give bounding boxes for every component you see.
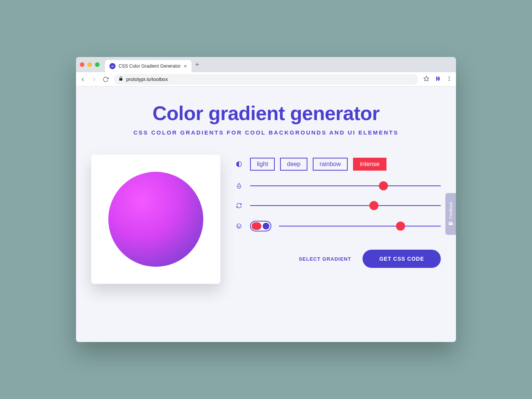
rotate-slider[interactable] (250, 201, 441, 210)
feedback-tab[interactable]: Feedback (445, 193, 456, 235)
noise-icon (236, 223, 242, 229)
feedback-label: Feedback (449, 202, 453, 218)
preset-rainbow-button[interactable]: rainbow (313, 158, 348, 171)
tab-strip: ∞ CSS Color Gradient Generator × + (76, 57, 456, 72)
url-text: prototypr.io/toolbox (126, 76, 168, 82)
window-controls (80, 62, 100, 67)
preset-deep-button[interactable]: deep (280, 158, 307, 171)
svg-point-3 (449, 80, 450, 81)
preset-row: lightdeeprainbowintense (236, 158, 441, 171)
noise-row (236, 221, 441, 231)
rotate-slider-row (236, 201, 441, 210)
gradient-preview-sphere (108, 172, 203, 267)
close-tab-icon[interactable]: × (184, 63, 187, 69)
gradient-preview-card (91, 155, 220, 284)
preset-intense-button[interactable]: intense (353, 158, 386, 171)
browser-window: ∞ CSS Color Gradient Generator × + proto… (76, 57, 456, 342)
close-window-button[interactable] (80, 62, 84, 67)
hue-slider[interactable] (250, 181, 441, 190)
menu-icon[interactable] (446, 76, 452, 83)
rotate-icon (236, 203, 242, 209)
svg-point-1 (449, 76, 450, 78)
new-tab-button[interactable]: + (195, 61, 200, 69)
favicon-icon: ∞ (109, 63, 116, 69)
page-subtitle: CSS COLOR GRADIENTS FOR COOL BACKGROUNDS… (91, 129, 441, 136)
noise-slider-thumb[interactable] (396, 222, 405, 231)
workspace: lightdeeprainbowintense (91, 155, 441, 284)
rotate-slider-thumb[interactable] (369, 201, 378, 210)
action-row: SELECT GRADIENT GET CSS CODE (236, 250, 441, 268)
back-button[interactable] (80, 76, 86, 82)
select-gradient-link[interactable]: SELECT GRADIENT (299, 256, 351, 262)
maximize-window-button[interactable] (95, 62, 100, 67)
extension-icon[interactable] (435, 76, 441, 83)
tab-title: CSS Color Gradient Generator (119, 63, 180, 69)
preset-light-button[interactable]: light (250, 158, 275, 171)
noise-toggle[interactable] (250, 221, 271, 231)
page-content: Color gradient generator CSS COLOR GRADI… (76, 87, 456, 342)
contrast-icon (236, 161, 242, 167)
forward-button[interactable] (91, 76, 97, 82)
page-title: Color gradient generator (91, 102, 441, 125)
bookmark-star-icon[interactable] (423, 76, 429, 83)
droplet-icon (236, 183, 242, 189)
controls-panel: lightdeeprainbowintense (236, 155, 441, 284)
minimize-window-button[interactable] (87, 62, 92, 67)
hue-slider-thumb[interactable] (379, 181, 388, 190)
svg-marker-0 (424, 76, 429, 81)
svg-point-2 (449, 78, 450, 79)
browser-tab[interactable]: ∞ CSS Color Gradient Generator × (105, 60, 192, 72)
preset-buttons: lightdeeprainbowintense (250, 158, 386, 171)
lock-icon (119, 76, 123, 82)
browser-toolbar: prototypr.io/toolbox (76, 72, 456, 87)
address-bar[interactable]: prototypr.io/toolbox (114, 74, 418, 85)
feedback-icon (448, 221, 453, 226)
reload-button[interactable] (103, 76, 109, 82)
get-css-code-button[interactable]: GET CSS CODE (363, 250, 441, 268)
hue-slider-row (236, 181, 441, 190)
noise-slider[interactable] (279, 222, 441, 231)
